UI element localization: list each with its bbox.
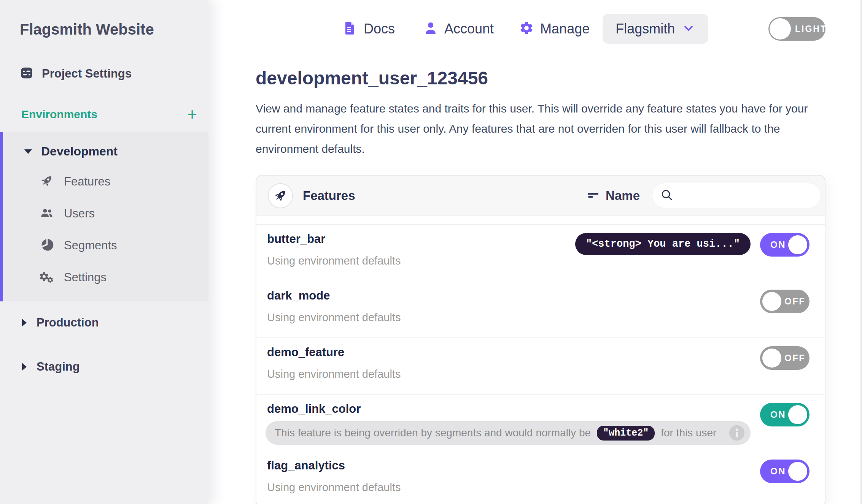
sliders-icon [20,66,33,81]
feature-toggle-demo-feature[interactable]: OFF [760,346,810,370]
feature-rows: butter_bar Using environment defaults "<… [256,216,825,504]
organisation-selector[interactable]: Flagsmith [603,14,708,44]
feature-row-demo-feature: demo_feature Using environment defaults … [256,338,825,394]
sidebar-item-label: Users [64,207,95,220]
environment-name: Development [41,144,118,158]
feature-name[interactable]: dark_mode [267,289,825,303]
sidebar-item-features[interactable]: Features [3,168,208,195]
toggle-state-label: OFF [784,353,806,363]
main-content: Docs Account Manage [208,0,862,504]
app-window: Flagsmith Website Project Settings Envir… [0,0,862,504]
person-icon [423,21,438,37]
feature-toggle-demo-link-color[interactable]: ON [760,403,810,426]
override-note: This feature is being overriden by segme… [275,427,591,439]
features-panel: Features Name [256,175,825,504]
filter-icon [587,189,600,203]
feature-name[interactable]: demo_link_color [267,402,825,416]
environments-label: Environments [21,108,97,121]
nav-manage-label: Manage [540,21,590,37]
feature-description: Using environment defaults [267,481,825,494]
feature-search [652,183,821,208]
override-value-text: "white2" [603,428,649,439]
override-value-badge: "white2" [597,426,655,441]
sidebar-item-label: Features [64,175,110,189]
feature-toggle-dark-mode[interactable]: OFF [760,290,810,313]
scrollbar-track[interactable] [860,0,862,504]
sidebar: Flagsmith Website Project Settings Envir… [0,0,208,504]
sort-label: Name [606,189,640,203]
feature-row-flag-analytics: flag_analytics Using environment default… [256,451,825,504]
sidebar-item-project-settings[interactable]: Project Settings [20,66,208,81]
search-input[interactable] [679,189,822,202]
feature-toggle-flag-analytics[interactable]: ON [760,460,810,483]
toggle-knob [788,462,807,481]
feature-row-dark-mode: dark_mode Using environment defaults OFF [256,281,825,338]
feature-description: Using environment defaults [267,254,825,267]
chevron-down-icon [682,21,695,36]
page-title: development_user_123456 [256,68,825,89]
toggle-knob [762,292,781,311]
sidebar-item-segments[interactable]: Segments [3,232,208,259]
sidebar-item-environment-staging[interactable]: Staging [0,354,208,380]
feature-description: Using environment defaults [267,311,825,324]
features-panel-title: Features [303,189,355,203]
page-description: View and manage feature states and trait… [256,98,825,159]
users-icon [40,206,54,222]
environments-header: Environments + [21,108,197,121]
toggle-knob [770,18,791,40]
search-icon [660,188,674,203]
top-navigation: Docs Account Manage [256,14,825,44]
feature-value-badge: "<strong> You are usi..." [575,233,751,255]
add-environment-button[interactable]: + [187,109,197,120]
sidebar-item-environment-development[interactable]: Development [3,140,208,163]
toggle-knob [762,349,781,368]
theme-toggle[interactable]: LIGHT [768,17,825,41]
rocket-icon [40,174,54,190]
environment-development-section: Development Features [0,132,208,301]
feature-value-text: "<strong> You are usi..." [586,238,740,250]
rocket-icon [268,183,293,208]
nav-docs[interactable]: Docs [342,21,395,37]
caret-right-icon [22,363,27,371]
pie-chart-icon [40,238,54,254]
feature-name[interactable]: demo_feature [267,346,825,359]
info-icon[interactable] [728,425,745,441]
toggle-state-label: ON [770,409,786,420]
feature-row-demo-link-color: demo_link_color This feature is being ov… [256,394,825,451]
toggle-state-label: ON [770,239,786,250]
project-title: Flagsmith Website [0,0,208,39]
sidebar-item-label: Settings [64,271,107,284]
toggle-state-label: OFF [784,296,806,307]
sidebar-item-label: Segments [64,239,117,252]
override-note-suffix: for this user [661,427,716,439]
sidebar-item-environment-production[interactable]: Production [0,310,208,336]
segment-override-banner: This feature is being overriden by segme… [266,421,751,445]
caret-down-icon [24,149,32,154]
environment-name: Production [37,316,99,330]
sidebar-item-settings[interactable]: Settings [3,264,208,291]
feature-row-butter-bar: butter_bar Using environment defaults "<… [256,224,825,281]
nav-manage[interactable]: Manage [519,21,590,37]
nav-account-label: Account [444,21,494,37]
nav-account[interactable]: Account [423,21,494,37]
gears-icon [40,269,54,285]
document-icon [342,21,358,37]
toggle-state-label: ON [770,466,786,477]
gear-icon [519,21,534,37]
feature-toggle-butter-bar[interactable]: ON [760,233,810,257]
theme-toggle-label: LIGHT [795,24,827,34]
feature-name[interactable]: flag_analytics [267,459,825,472]
caret-right-icon [22,319,27,326]
sidebar-item-users[interactable]: Users [3,200,208,227]
features-panel-header: Features Name [256,176,825,216]
toggle-knob [788,405,807,424]
project-settings-label: Project Settings [42,67,132,81]
toggle-knob [788,235,807,254]
sort-by-name[interactable]: Name [587,189,640,203]
nav-docs-label: Docs [364,21,395,37]
feature-description: Using environment defaults [267,368,825,380]
environment-name: Staging [37,360,80,374]
organisation-selector-label: Flagsmith [615,21,675,37]
